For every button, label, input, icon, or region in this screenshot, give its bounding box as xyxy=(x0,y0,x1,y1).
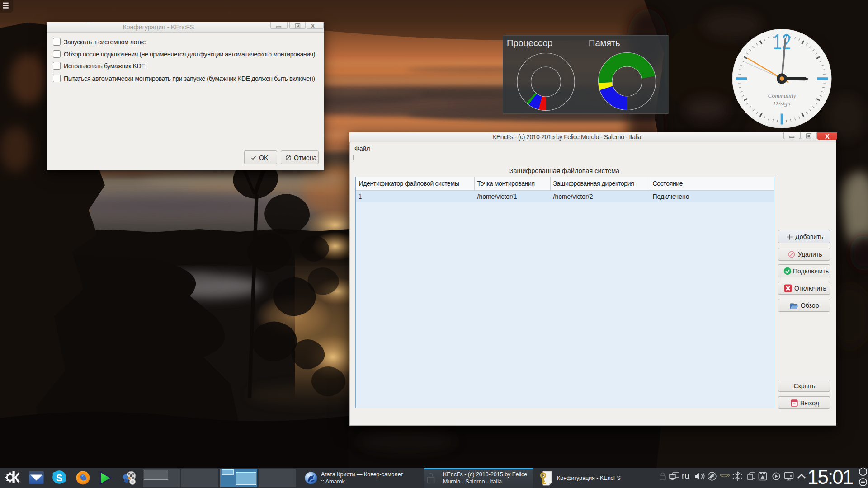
svg-text:S: S xyxy=(56,472,63,483)
svg-text:Design: Design xyxy=(773,100,790,107)
svg-text:Community: Community xyxy=(768,92,796,99)
svg-text:X: X xyxy=(311,23,315,29)
svg-text:X: X xyxy=(825,133,830,140)
svg-text:12: 12 xyxy=(773,30,791,54)
